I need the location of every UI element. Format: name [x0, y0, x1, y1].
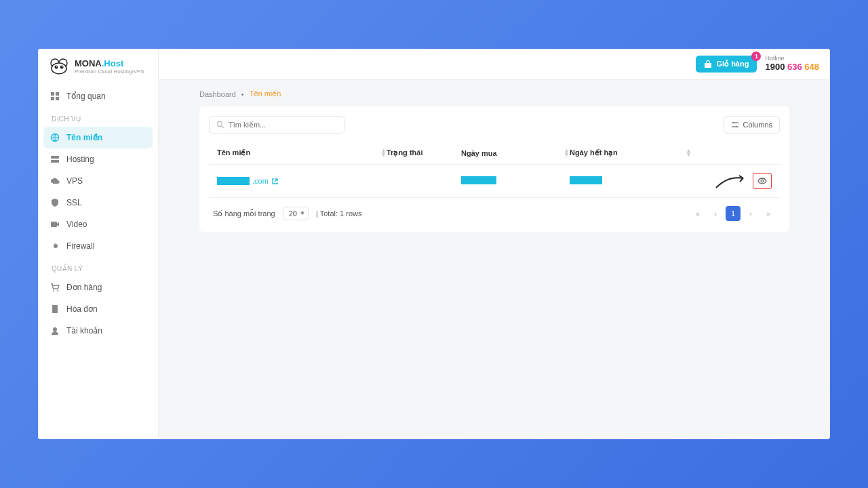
sidebar-item-invoices[interactable]: Hóa đơn: [43, 298, 153, 320]
svg-point-16: [57, 290, 58, 291]
redacted-text: [461, 176, 496, 184]
svg-line-20: [222, 126, 224, 128]
external-link-icon[interactable]: [271, 178, 279, 185]
svg-point-25: [761, 180, 764, 182]
svg-rect-17: [52, 305, 58, 313]
svg-rect-10: [56, 97, 59, 100]
logo-icon: [49, 58, 69, 75]
page-first-button[interactable]: «: [690, 206, 705, 221]
total-rows: | Total: 1 rows: [316, 209, 361, 218]
fire-icon: [50, 241, 60, 251]
cloud-icon: [50, 176, 60, 186]
domain-suffix: .com: [252, 177, 269, 185]
sidebar-item-orders[interactable]: Đơn hàng: [43, 277, 153, 298]
search-box[interactable]: [209, 116, 344, 134]
rows-per-page: Số hàng mỗi trang 20 | Total: 1 rows: [213, 207, 362, 220]
rows-select[interactable]: 20: [283, 207, 309, 220]
redacted-text: [217, 177, 250, 185]
cell-purchase: [461, 176, 570, 186]
redacted-text: [570, 176, 602, 184]
panel-toolbar: Columns: [209, 116, 780, 134]
cell-expire: [570, 176, 692, 186]
sidebar-item-ssl[interactable]: SSL: [43, 192, 153, 214]
table-footer: Số hàng mỗi trang 20 | Total: 1 rows « ‹…: [209, 198, 780, 222]
svg-rect-14: [51, 222, 57, 227]
sidebar-item-overview[interactable]: Tổng quan: [43, 85, 153, 107]
svg-rect-7: [51, 92, 54, 96]
sidebar-item-label: VPS: [66, 176, 83, 186]
columns-label: Columns: [743, 121, 772, 129]
main: Giỏ hàng 1 Hotline 1900 636 648 Dashboar…: [159, 49, 830, 439]
content: Dashboard • Tên miền Columns: [159, 80, 830, 241]
search-icon: [216, 121, 224, 129]
cart-button[interactable]: Giỏ hàng 1: [696, 56, 757, 73]
breadcrumb: Dashboard • Tên miền: [199, 89, 789, 98]
sidebar-item-label: Hosting: [66, 155, 94, 164]
svg-point-22: [732, 122, 734, 124]
table-header: Tên miền▲▼ Trạng thái Ngày mua▲▼ Ngày hế…: [209, 142, 780, 165]
video-icon: [50, 220, 60, 229]
sort-icon: ▲▼: [380, 149, 387, 157]
sidebar-item-label: Hóa đơn: [66, 304, 98, 314]
svg-point-6: [62, 66, 63, 68]
page-prev-button[interactable]: ‹: [708, 206, 723, 221]
th-actions: [692, 148, 772, 157]
page-last-button[interactable]: »: [761, 206, 776, 221]
sort-icon: ▲▼: [564, 149, 570, 157]
sidebar: MONA.Host Premium Cloud Hosting/VPS Tổng…: [38, 49, 159, 439]
app-frame: MONA.Host Premium Cloud Hosting/VPS Tổng…: [38, 49, 830, 439]
svg-point-24: [735, 126, 737, 128]
svg-rect-9: [51, 97, 54, 100]
view-button[interactable]: [753, 173, 772, 189]
sidebar-item-label: Tổng quan: [66, 92, 106, 101]
page-next-button[interactable]: ›: [743, 206, 758, 221]
hotline-number: 1900 636 648: [765, 62, 819, 72]
document-icon: [50, 304, 60, 314]
annotation-arrow-icon: [715, 174, 749, 189]
logo[interactable]: MONA.Host Premium Cloud Hosting/VPS: [38, 49, 158, 81]
eye-icon: [757, 176, 767, 186]
svg-rect-12: [51, 156, 59, 159]
logo-brand-1: MONA: [75, 58, 102, 68]
th-expire[interactable]: Ngày hết hạn▲▼: [570, 148, 692, 157]
th-purchase[interactable]: Ngày mua▲▼: [461, 148, 570, 157]
sidebar-item-video[interactable]: Video: [43, 214, 153, 235]
sidebar-item-hosting[interactable]: Hosting: [43, 148, 153, 170]
sidebar-item-firewall[interactable]: Firewall: [43, 235, 153, 257]
grid-icon: [50, 92, 60, 101]
sliders-icon: [731, 121, 739, 129]
user-icon: [50, 326, 60, 336]
pagination: « ‹ 1 › »: [690, 206, 776, 221]
sidebar-item-domain[interactable]: Tên miền: [43, 127, 153, 148]
cell-actions: [692, 173, 772, 189]
svg-point-4: [60, 66, 64, 69]
globe-icon: [50, 133, 60, 142]
cart-badge: 1: [751, 52, 761, 61]
svg-point-3: [55, 66, 58, 69]
breadcrumb-root[interactable]: Dashboard: [199, 90, 236, 98]
server-icon: [50, 155, 60, 164]
page-number-button[interactable]: 1: [726, 206, 741, 221]
th-status: Trạng thái: [387, 148, 461, 157]
shield-icon: [50, 198, 60, 207]
svg-point-15: [53, 290, 54, 291]
cell-domain[interactable]: .com: [217, 177, 387, 185]
topbar: Giỏ hàng 1 Hotline 1900 636 648: [159, 49, 830, 80]
columns-button[interactable]: Columns: [724, 116, 780, 134]
sidebar-item-label: Tên miền: [66, 133, 102, 142]
nav-section-service: DỊCH VỤ: [43, 107, 153, 127]
sort-icon: ▲▼: [686, 149, 692, 157]
th-domain[interactable]: Tên miền▲▼: [217, 148, 387, 157]
sidebar-item-label: Firewall: [66, 241, 94, 251]
table-row: .com: [209, 165, 780, 198]
nav: Tổng quan DỊCH VỤ Tên miền Hosting VPS S…: [38, 81, 158, 346]
cart-label: Giỏ hàng: [716, 60, 749, 68]
svg-point-2: [52, 63, 66, 74]
search-input[interactable]: [229, 121, 337, 129]
svg-rect-13: [51, 160, 59, 163]
sidebar-item-vps[interactable]: VPS: [43, 170, 153, 192]
rows-label: Số hàng mỗi trang: [213, 209, 275, 218]
sidebar-item-account[interactable]: Tài khoản: [43, 320, 153, 342]
sidebar-item-label: Video: [66, 220, 87, 229]
svg-point-5: [56, 66, 58, 68]
